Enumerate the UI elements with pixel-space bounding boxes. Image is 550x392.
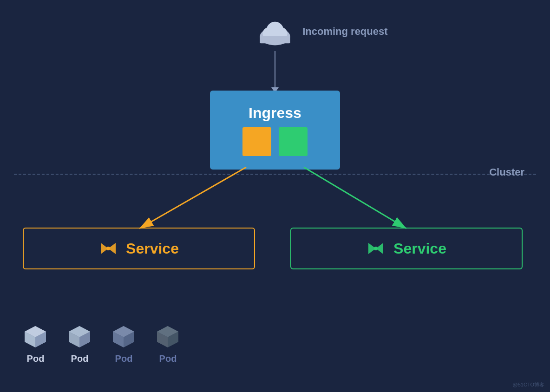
service-icon-orange bbox=[99, 239, 118, 258]
pod-label-4: Pod bbox=[159, 353, 177, 364]
svg-line-10 bbox=[304, 167, 406, 229]
ingress-square-orange bbox=[242, 127, 271, 156]
pod-item-3: Pod bbox=[111, 324, 137, 364]
svg-point-13 bbox=[106, 247, 110, 250]
pod-label-2: Pod bbox=[71, 353, 89, 364]
cluster-line bbox=[14, 174, 536, 175]
pod-item-1: Pod bbox=[23, 324, 48, 364]
ingress-square-green bbox=[279, 127, 308, 156]
pod-cube-4 bbox=[155, 324, 181, 350]
pod-item-4: Pod bbox=[155, 324, 181, 364]
pods-section: Pod Pod Pod bbox=[23, 324, 181, 364]
pod-label-3: Pod bbox=[115, 353, 133, 364]
pod-cube-1 bbox=[23, 324, 48, 350]
cloud-to-ingress-arrow bbox=[275, 51, 275, 88]
incoming-request-label: Incoming request bbox=[302, 26, 387, 38]
svg-rect-6 bbox=[260, 36, 290, 43]
ingress-squares bbox=[242, 127, 308, 156]
pod-item-2: Pod bbox=[67, 324, 92, 364]
ingress-box: Ingress bbox=[210, 91, 340, 170]
service-orange-box: Service bbox=[23, 228, 255, 269]
service-green-label: Service bbox=[393, 240, 446, 257]
svg-point-16 bbox=[374, 247, 378, 250]
pod-cube-3 bbox=[111, 324, 137, 350]
service-orange-label: Service bbox=[126, 240, 179, 257]
service-icon-green bbox=[367, 239, 385, 258]
svg-line-9 bbox=[139, 167, 246, 229]
cloud-icon bbox=[254, 19, 296, 46]
diagram-container: Incoming request Ingress Cluster bbox=[0, 0, 550, 392]
service-green-box: Service bbox=[290, 228, 523, 269]
pod-label-1: Pod bbox=[27, 353, 45, 364]
cluster-label: Cluster bbox=[489, 166, 524, 178]
pod-cube-2 bbox=[67, 324, 92, 350]
watermark: @51CTO博客 bbox=[513, 381, 544, 388]
ingress-title: Ingress bbox=[249, 105, 301, 122]
